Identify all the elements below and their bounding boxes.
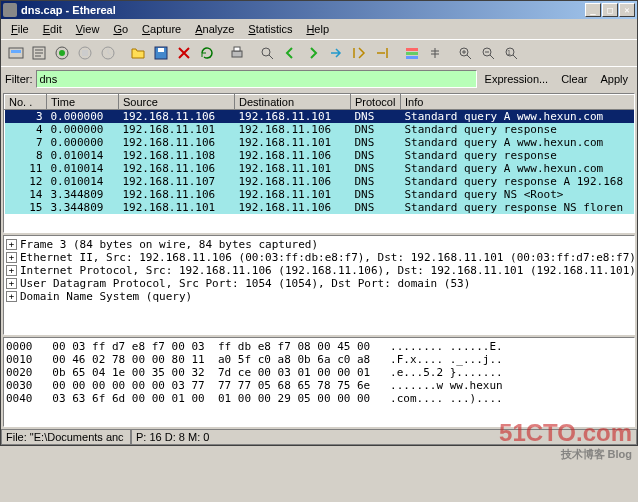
- svg-rect-14: [406, 52, 418, 55]
- hex-row[interactable]: 0000 00 03 ff d7 e8 f7 00 03 ff db e8 f7…: [6, 340, 632, 353]
- window-title: dns.cap - Ethereal: [21, 4, 116, 16]
- reload-icon[interactable]: [196, 42, 218, 64]
- packet-row[interactable]: 110.010014192.168.11.106192.168.11.101DN…: [5, 162, 636, 175]
- tree-label: Internet Protocol, Src: 192.168.11.106 (…: [20, 264, 635, 277]
- auto-scroll-icon[interactable]: [424, 42, 446, 64]
- hex-row[interactable]: 0010 00 46 02 78 00 00 80 11 a0 5f c0 a8…: [6, 353, 632, 366]
- svg-text:1: 1: [507, 49, 511, 56]
- svg-rect-10: [232, 51, 242, 57]
- go-back-icon[interactable]: [279, 42, 301, 64]
- filter-label: Filter:: [5, 73, 33, 85]
- svg-rect-15: [406, 56, 418, 59]
- column-header[interactable]: Protocol: [351, 95, 401, 110]
- packet-details-pane[interactable]: +Frame 3 (84 bytes on wire, 84 bytes cap…: [3, 235, 635, 335]
- svg-rect-11: [234, 47, 240, 51]
- interfaces-icon[interactable]: [5, 42, 27, 64]
- find-icon[interactable]: [256, 42, 278, 64]
- packet-row[interactable]: 120.010014192.168.11.107192.168.11.106DN…: [5, 175, 636, 188]
- packet-bytes-pane[interactable]: 0000 00 03 ff d7 e8 f7 00 03 ff db e8 f7…: [3, 337, 635, 427]
- maximize-button[interactable]: □: [602, 3, 618, 17]
- toolbar: 1: [1, 39, 637, 66]
- close-file-icon[interactable]: [173, 42, 195, 64]
- hex-row[interactable]: 0040 03 63 6f 6d 00 00 01 00 01 00 00 29…: [6, 392, 632, 405]
- tree-label: Ethernet II, Src: 192.168.11.106 (00:03:…: [20, 251, 635, 264]
- go-first-icon[interactable]: [348, 42, 370, 64]
- colorize-icon[interactable]: [401, 42, 423, 64]
- menu-capture[interactable]: Capture: [136, 21, 187, 37]
- restart-capture-icon[interactable]: [97, 42, 119, 64]
- expression-button[interactable]: Expression...: [480, 70, 554, 88]
- clear-button[interactable]: Clear: [556, 70, 592, 88]
- svg-rect-6: [82, 50, 88, 56]
- hex-row[interactable]: 0030 00 00 00 00 00 00 03 77 77 77 05 68…: [6, 379, 632, 392]
- menu-help[interactable]: Help: [300, 21, 335, 37]
- filter-input[interactable]: [36, 70, 477, 88]
- tree-item[interactable]: +Domain Name System (query): [6, 290, 632, 303]
- tree-item[interactable]: +User Datagram Protocol, Src Port: 1054 …: [6, 277, 632, 290]
- svg-rect-13: [406, 48, 418, 51]
- packet-row[interactable]: 40.000000192.168.11.101192.168.11.106DNS…: [5, 123, 636, 136]
- zoom-reset-icon[interactable]: 1: [500, 42, 522, 64]
- menu-statistics[interactable]: Statistics: [242, 21, 298, 37]
- menu-analyze[interactable]: Analyze: [189, 21, 240, 37]
- svg-rect-9: [158, 48, 164, 52]
- filter-bar: Filter: Expression... Clear Apply: [1, 66, 637, 91]
- expand-icon[interactable]: +: [6, 252, 17, 263]
- packet-row[interactable]: 80.010014192.168.11.108192.168.11.106DNS…: [5, 149, 636, 162]
- packet-row[interactable]: 30.000000192.168.11.106192.168.11.101DNS…: [5, 110, 636, 124]
- hex-row[interactable]: 0020 0b 65 04 1e 00 35 00 32 7d ce 00 03…: [6, 366, 632, 379]
- expand-icon[interactable]: +: [6, 265, 17, 276]
- svg-rect-1: [11, 50, 21, 53]
- open-icon[interactable]: [127, 42, 149, 64]
- menu-bar: FileEditViewGoCaptureAnalyzeStatisticsHe…: [1, 19, 637, 39]
- packet-row[interactable]: 70.000000192.168.11.106192.168.11.101DNS…: [5, 136, 636, 149]
- menu-edit[interactable]: Edit: [37, 21, 68, 37]
- zoom-in-icon[interactable]: [454, 42, 476, 64]
- column-header[interactable]: Destination: [235, 95, 351, 110]
- column-header[interactable]: No. .: [5, 95, 47, 110]
- apply-button[interactable]: Apply: [595, 70, 633, 88]
- tree-item[interactable]: +Frame 3 (84 bytes on wire, 84 bytes cap…: [6, 238, 632, 251]
- start-capture-icon[interactable]: [51, 42, 73, 64]
- column-header[interactable]: Time: [47, 95, 119, 110]
- column-header[interactable]: Info: [401, 95, 636, 110]
- packet-row[interactable]: 153.344809192.168.11.101192.168.11.106DN…: [5, 201, 636, 214]
- menu-go[interactable]: Go: [107, 21, 134, 37]
- close-button[interactable]: ✕: [619, 3, 635, 17]
- stop-capture-icon[interactable]: [74, 42, 96, 64]
- status-packets: P: 16 D: 8 M: 0: [131, 430, 637, 445]
- app-icon: [3, 3, 17, 17]
- packet-row[interactable]: 143.344809192.168.11.106192.168.11.101DN…: [5, 188, 636, 201]
- title-bar: dns.cap - Ethereal _ □ ✕: [1, 1, 637, 19]
- expand-icon[interactable]: +: [6, 239, 17, 250]
- print-icon[interactable]: [226, 42, 248, 64]
- go-last-icon[interactable]: [371, 42, 393, 64]
- status-file: File: "E:\Documents anc: [1, 430, 131, 445]
- tree-label: User Datagram Protocol, Src Port: 1054 (…: [20, 277, 470, 290]
- svg-point-4: [59, 50, 65, 56]
- save-icon[interactable]: [150, 42, 172, 64]
- menu-view[interactable]: View: [70, 21, 106, 37]
- tree-label: Frame 3 (84 bytes on wire, 84 bytes capt…: [20, 238, 318, 251]
- go-to-icon[interactable]: [325, 42, 347, 64]
- column-header[interactable]: Source: [119, 95, 235, 110]
- options-icon[interactable]: [28, 42, 50, 64]
- tree-item[interactable]: +Ethernet II, Src: 192.168.11.106 (00:03…: [6, 251, 632, 264]
- svg-point-12: [262, 48, 270, 56]
- status-bar: File: "E:\Documents anc P: 16 D: 8 M: 0: [1, 429, 637, 445]
- zoom-out-icon[interactable]: [477, 42, 499, 64]
- expand-icon[interactable]: +: [6, 291, 17, 302]
- packet-list-pane[interactable]: No. .TimeSourceDestinationProtocolInfo 3…: [3, 93, 635, 233]
- menu-file[interactable]: File: [5, 21, 35, 37]
- go-forward-icon[interactable]: [302, 42, 324, 64]
- minimize-button[interactable]: _: [585, 3, 601, 17]
- expand-icon[interactable]: +: [6, 278, 17, 289]
- tree-item[interactable]: +Internet Protocol, Src: 192.168.11.106 …: [6, 264, 632, 277]
- tree-label: Domain Name System (query): [20, 290, 192, 303]
